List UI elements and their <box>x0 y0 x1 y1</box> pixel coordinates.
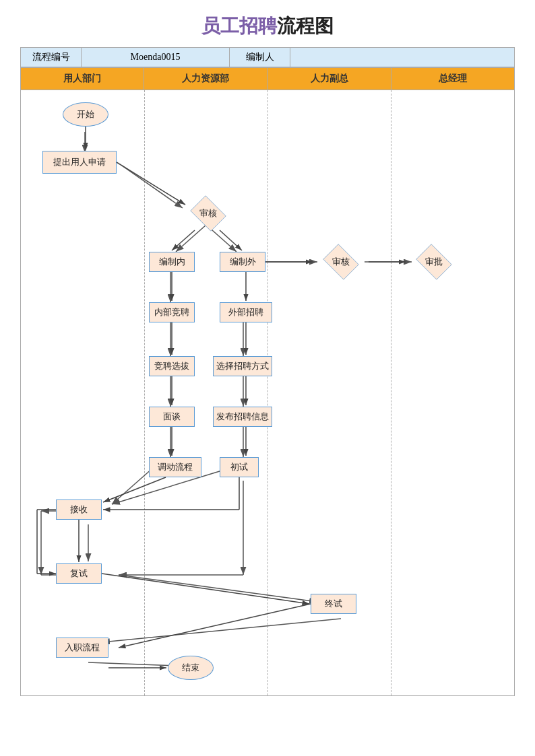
svg-line-20 <box>119 575 317 602</box>
editor-value <box>290 48 515 67</box>
node-external: 编制外 <box>220 252 265 272</box>
title-part1: 员工招聘 <box>201 15 277 36</box>
node-internal-recruit: 内部竞聘 <box>149 302 195 322</box>
node-first-test: 初试 <box>220 457 259 477</box>
col-header-1: 用人部门 <box>21 68 144 90</box>
process-number-label: 流程编号 <box>21 48 82 67</box>
node-onboard: 入职流程 <box>56 638 108 658</box>
editor-label: 编制人 <box>230 48 290 67</box>
svg-line-21 <box>102 619 341 642</box>
page-title: 员工招聘流程图 <box>20 13 515 39</box>
title-part2: 流程图 <box>277 15 334 36</box>
col-divider-2 <box>268 90 268 695</box>
col-header-3: 人力副总 <box>268 68 391 90</box>
node-approve: 审批 <box>407 245 461 279</box>
process-number-value: Moenda0015 <box>82 48 230 67</box>
node-review1: 审核 <box>181 197 235 230</box>
col-header-2: 人力资源部 <box>144 68 268 90</box>
node-transfer-flow: 调动流程 <box>149 457 201 477</box>
svg-line-27 <box>117 162 185 205</box>
node-submit-request: 提出用人申请 <box>42 151 117 174</box>
svg-line-48 <box>119 604 311 648</box>
flowchart-area: 开始 提出用人申请 审核 编制内 编制外 审核 审批 内部竞聘 <box>20 90 515 696</box>
col-divider-3 <box>391 90 391 695</box>
svg-line-40 <box>103 477 166 502</box>
node-start: 开始 <box>63 102 108 127</box>
col-divider-1 <box>144 90 145 695</box>
node-publish: 发布招聘信息 <box>213 407 272 427</box>
node-compete-select: 竞聘选拔 <box>149 356 195 376</box>
node-review2: 审核 <box>314 245 368 279</box>
node-final-test: 终试 <box>311 594 356 614</box>
node-second-test: 复试 <box>56 563 102 584</box>
node-select-method: 选择招聘方式 <box>213 356 272 376</box>
node-internal: 编制内 <box>149 252 195 272</box>
svg-line-47 <box>102 574 309 604</box>
node-interview: 面谈 <box>149 407 195 427</box>
col-header-4: 总经理 <box>391 68 514 90</box>
node-external-recruit: 外部招聘 <box>220 302 272 322</box>
header-table: 流程编号 Moenda0015 编制人 <box>20 47 515 67</box>
svg-line-28 <box>172 230 195 250</box>
svg-line-22 <box>88 662 179 666</box>
node-receive: 接收 <box>56 500 102 520</box>
columns-table: 用人部门 人力资源部 人力副总 总经理 <box>20 67 515 90</box>
node-end: 结束 <box>168 656 214 680</box>
page: 员工招聘流程图 流程编号 Moenda0015 编制人 用人部门 人力资源部 人… <box>0 0 535 756</box>
svg-line-14 <box>112 469 152 504</box>
svg-line-29 <box>220 230 242 250</box>
svg-line-2 <box>122 166 183 208</box>
